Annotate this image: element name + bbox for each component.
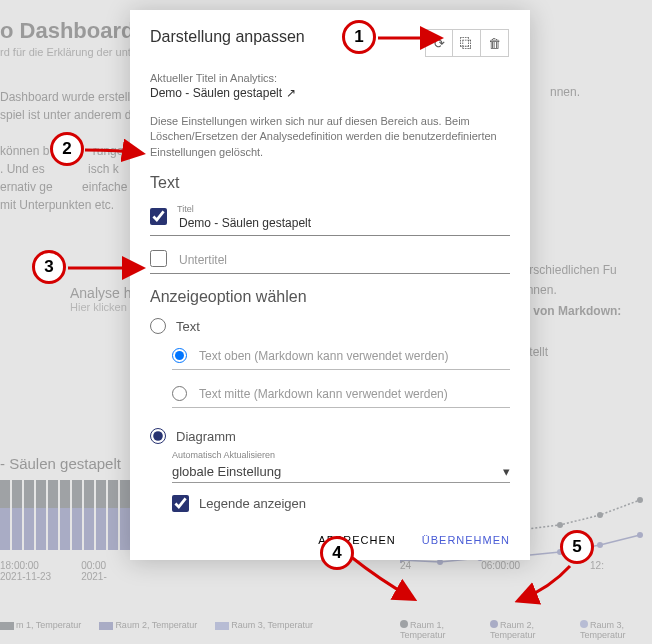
refresh-button[interactable]: ⟳ [425,29,453,57]
bg-text: . Und es [0,162,48,176]
auto-refresh-value: globale Einstellung [172,464,281,479]
svg-point-6 [637,532,643,538]
legend-checkbox[interactable] [172,495,189,512]
bg-text: ernativ ge [0,180,53,194]
external-link-icon: ↗ [286,86,296,100]
svg-point-11 [557,522,563,528]
apply-button[interactable]: ÜBERNEHMEN [422,534,510,546]
copy-button[interactable]: ⿻ [453,29,481,57]
title-input[interactable] [177,215,510,231]
subtitle-field-row [150,250,510,274]
display-diagram-radio[interactable] [150,428,166,444]
subtitle-input[interactable] [177,252,510,268]
text-middle-option[interactable]: Text mitte (Markdown kann verwendet werd… [172,380,510,408]
display-text-label: Text [176,319,200,334]
title-field-label: Titel [177,204,510,214]
modal-toolbar: ⟳ ⿻ 🗑 [424,28,510,58]
x-axis: 18:00:00 2021-11-23 00:00 2021- [0,560,107,582]
analytics-link[interactable]: Demo - Säulen gestapelt ↗ [150,86,296,100]
text-middle-placeholder: Text mitte (Markdown kann verwendet werd… [199,387,510,401]
text-top-placeholder: Text oben (Markdown kann verwendet werde… [199,349,510,363]
chart-title: - Säulen gestapelt [0,455,121,472]
refresh-icon: ⟳ [434,36,445,51]
display-option-diagram[interactable]: Diagramm [150,428,510,444]
title-field-row: Titel [150,204,510,236]
modal-title: Darstellung anpassen [150,28,305,46]
legend-toggle[interactable]: Legende anzeigen [172,495,510,512]
trash-icon: 🗑 [488,36,501,51]
x-axis-2: 24 06:00:00 12: [400,560,604,571]
subtitle-enabled-checkbox[interactable] [150,250,167,267]
bg-text: isch k [88,162,119,176]
svg-point-5 [597,542,603,548]
bg-text: spiel ist unter anderem die [0,108,144,122]
svg-point-4 [557,549,563,555]
delete-button[interactable]: 🗑 [481,29,509,57]
display-diagram-label: Diagramm [176,429,236,444]
section-text-heading: Text [150,174,510,192]
svg-point-12 [597,512,603,518]
text-top-option[interactable]: Text oben (Markdown kann verwendet werde… [172,342,510,370]
bg-text: nnen. [550,85,580,99]
chart-legend: m 1, Temperatur Raum 2, Temperatur Raum … [0,620,313,630]
display-text-radio[interactable] [150,318,166,334]
svg-point-13 [637,497,643,503]
legend-label: Legende anzeigen [199,496,306,511]
title-enabled-checkbox[interactable] [150,208,167,225]
modal-description: Diese Einstellungen wirken sich nur auf … [150,114,510,160]
auto-refresh-select[interactable]: Automatisch Aktualisieren globale Einste… [172,450,510,483]
copy-icon: ⿻ [460,36,473,51]
analytics-link-text: Demo - Säulen gestapelt [150,86,282,100]
current-title-label: Aktueller Titel in Analytics: [150,72,510,84]
cancel-button[interactable]: ABBRECHEN [318,534,395,546]
customize-display-modal: Darstellung anpassen ⟳ ⿻ 🗑 Aktueller Tit… [130,10,530,560]
chart-legend-2: Raum 1, Temperatur Raum 2, Temperatur Ra… [400,620,652,640]
bg-text: können b [0,144,49,158]
chevron-down-icon: ▾ [503,464,510,479]
display-option-text[interactable]: Text [150,318,510,334]
section-display-heading: Anzeigeoption wählen [150,288,510,306]
text-top-radio[interactable] [172,348,187,363]
text-middle-radio[interactable] [172,386,187,401]
auto-refresh-label: Automatisch Aktualisieren [172,450,510,460]
